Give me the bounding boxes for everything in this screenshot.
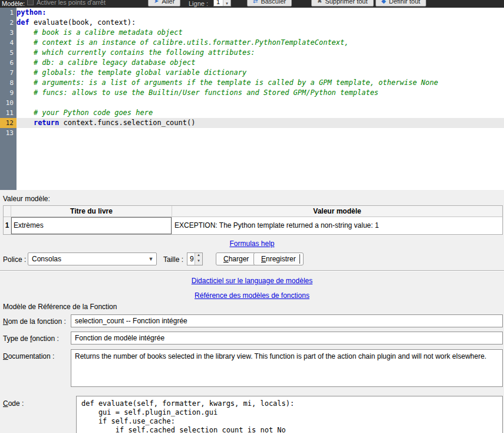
model-label: Modèle: bbox=[2, 0, 25, 7]
font-family-select[interactable]: Consolas ▼ bbox=[28, 252, 157, 265]
font-size-label: Taille : bbox=[163, 255, 183, 264]
editor-line[interactable]: 13 bbox=[0, 128, 504, 138]
spin-up-icon[interactable]: ▲ bbox=[195, 253, 202, 259]
size-spinner-buttons[interactable]: ▲▼ bbox=[195, 253, 202, 265]
line-spinner-value: 1 bbox=[214, 0, 223, 6]
line-number[interactable]: 12 bbox=[0, 118, 17, 128]
table-header-row: Titre du livre Valeur modèle bbox=[4, 206, 502, 217]
line-number[interactable]: 6 bbox=[0, 58, 17, 68]
editor-line[interactable]: 2def evaluate(book, context): bbox=[0, 18, 504, 28]
code-text: def evaluate(book, context): bbox=[17, 18, 504, 28]
template-value-label: Valeur modèle: bbox=[3, 195, 50, 203]
function-source-code: def evaluate(self, formatter, kwargs, mi… bbox=[81, 399, 498, 433]
editor-line[interactable]: 12 return context.funcs.selection_count(… bbox=[0, 118, 504, 128]
template-editor-dialog: Modèle: Activer les points d'arrêt ➤ All… bbox=[0, 0, 504, 433]
toggle-icon: ⇄ bbox=[253, 0, 258, 4]
load-button[interactable]: Charger bbox=[216, 252, 256, 265]
line-spinner-buttons[interactable]: ▲▼ bbox=[223, 0, 230, 6]
code-text: # funcs: allows to use the Builtin/User … bbox=[17, 88, 504, 98]
line-number[interactable]: 1 bbox=[0, 8, 17, 18]
editor-line[interactable]: 10 bbox=[0, 98, 504, 108]
line-number[interactable]: 4 bbox=[0, 38, 17, 48]
editor-line[interactable]: 4 # context is an instance of calibre.ut… bbox=[0, 38, 504, 48]
editor-line[interactable]: 6 # db: a calibre legacy database object bbox=[0, 58, 504, 68]
code-text: # book is a calibre metadata object bbox=[17, 28, 504, 38]
results-table: Titre du livre Valeur modèle 1 Extrèmes … bbox=[3, 205, 503, 235]
editor-line[interactable]: 5 # which currently contains the followi… bbox=[0, 48, 504, 58]
line-label: Ligne : bbox=[189, 0, 208, 7]
row-header[interactable]: 1 bbox=[4, 217, 11, 234]
code-text: # db: a calibre legacy database object bbox=[17, 58, 504, 68]
font-size-value: 9 bbox=[187, 253, 195, 265]
documentation-label: Documentation : bbox=[3, 352, 54, 360]
line-number[interactable]: 8 bbox=[0, 78, 17, 88]
line-number[interactable]: 5 bbox=[0, 48, 17, 58]
code-text: return context.funcs.selection_count() bbox=[17, 118, 504, 128]
formulas-help-link[interactable]: Formulas help bbox=[229, 240, 274, 248]
line-number[interactable]: 11 bbox=[0, 108, 17, 118]
editor-line[interactable]: 8 # arguments: is a list of arguments if… bbox=[0, 78, 504, 88]
spin-down-icon[interactable]: ▼ bbox=[195, 259, 202, 265]
code-text bbox=[17, 128, 504, 138]
toggle-breakpoint-button[interactable]: ⇄ Basculer bbox=[247, 0, 292, 6]
line-number[interactable]: 9 bbox=[0, 88, 17, 98]
save-button[interactable]: Enregistrer bbox=[253, 252, 304, 265]
line-number[interactable]: 7 bbox=[0, 68, 17, 78]
go-button[interactable]: ➤ Aller bbox=[148, 0, 180, 6]
editor-line[interactable]: 1python: bbox=[0, 8, 504, 18]
go-arrow-icon: ➤ bbox=[154, 0, 159, 4]
code-text: # which currently contains the following… bbox=[17, 48, 504, 58]
code-label: Code : bbox=[3, 399, 24, 408]
documentation-box[interactable]: Returns the number of books selected in … bbox=[71, 349, 503, 387]
function-code-box[interactable]: def evaluate(self, formatter, kwargs, mi… bbox=[76, 396, 503, 433]
line-spinner[interactable]: 1 ▲▼ bbox=[213, 0, 231, 6]
cell-template-value[interactable]: EXCEPTION: The Python template returned … bbox=[172, 217, 502, 234]
editor-lines: 1python:2def evaluate(book, context):3 #… bbox=[0, 8, 504, 138]
table-row: 1 Extrèmes EXCEPTION: The Python templat… bbox=[4, 217, 502, 234]
template-functions-reference-link[interactable]: Référence des modèles de fonctions bbox=[195, 291, 309, 300]
editor-line[interactable]: 11 # your Python code goes here bbox=[0, 108, 504, 118]
line-number[interactable]: 10 bbox=[0, 98, 17, 108]
checkbox-icon bbox=[27, 0, 34, 5]
font-family-value: Consolas bbox=[28, 255, 146, 263]
font-size-spinner[interactable]: 9 ▲▼ bbox=[187, 252, 203, 265]
code-text: # your Python code goes here bbox=[17, 108, 504, 118]
tutorial-link-row: Didacticiel sur le language de modèles bbox=[0, 277, 504, 285]
code-text: # arguments: is a list of arguments if t… bbox=[17, 78, 504, 88]
editor-line[interactable]: 7 # globals: the template global variabl… bbox=[0, 68, 504, 78]
function-type-field: Fonction de modèle intégrée bbox=[71, 332, 503, 345]
line-number[interactable]: 2 bbox=[0, 18, 17, 28]
code-text: python: bbox=[17, 8, 504, 18]
function-name-label: Nom de la fonction : bbox=[3, 317, 66, 326]
formulas-help-row: Formulas help bbox=[0, 240, 504, 248]
function-reference-title: Modèle de Référence de la Fonction bbox=[3, 303, 117, 311]
spin-down-icon[interactable]: ▼ bbox=[223, 2, 230, 6]
set-all-button-label: Définir tout bbox=[389, 0, 420, 5]
template-language-tutorial-link[interactable]: Didacticiel sur le language de modèles bbox=[192, 277, 312, 285]
line-number[interactable]: 3 bbox=[0, 28, 17, 38]
clear-all-button-label: Supprimer tout bbox=[325, 0, 367, 5]
template-code-editor[interactable]: 1python:2def evaluate(book, context):3 #… bbox=[0, 8, 504, 190]
code-text bbox=[17, 98, 504, 108]
font-label: Police : bbox=[3, 255, 26, 264]
editor-line[interactable]: 9 # funcs: allows to use the Builtin/Use… bbox=[0, 88, 504, 98]
chevron-down-icon: ▼ bbox=[146, 256, 156, 262]
cell-book-title[interactable]: Extrèmes bbox=[11, 217, 172, 234]
toolbar-separator bbox=[299, 254, 300, 264]
code-text: # context is an instance of calibre.util… bbox=[17, 38, 504, 48]
table-corner bbox=[4, 206, 11, 217]
set-all-icon: ◆ bbox=[381, 0, 386, 4]
line-number[interactable]: 13 bbox=[0, 128, 17, 138]
breakpoints-checkbox[interactable]: Activer les points d'arrêt bbox=[27, 0, 106, 6]
clear-all-icon: ✖ bbox=[317, 0, 322, 4]
column-header-book-title[interactable]: Titre du livre bbox=[11, 206, 172, 217]
clear-all-breakpoints-button[interactable]: ✖ Supprimer tout bbox=[311, 0, 374, 6]
column-header-template-value[interactable]: Valeur modèle bbox=[172, 206, 502, 217]
code-text: # globals: the template global variable … bbox=[17, 68, 504, 78]
editor-line[interactable]: 3 # book is a calibre metadata object bbox=[0, 28, 504, 38]
debug-toolbar: Modèle: Activer les points d'arrêt ➤ All… bbox=[0, 0, 504, 8]
function-name-select[interactable]: selection_count -- Fonction intégrée bbox=[71, 314, 503, 327]
set-all-breakpoints-button[interactable]: ◆ Définir tout bbox=[375, 0, 426, 6]
horizontal-separator bbox=[0, 270, 504, 271]
go-button-label: Aller bbox=[162, 0, 174, 5]
